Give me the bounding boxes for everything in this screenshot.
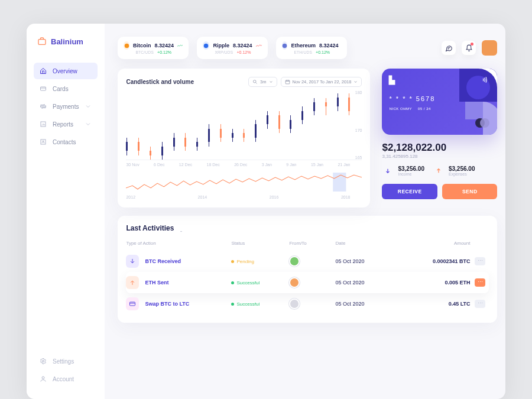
sidebar-item-contacts[interactable]: Contacts — [34, 134, 98, 150]
svg-rect-2 — [41, 106, 46, 107]
sidebar-item-settings[interactable]: Settings — [34, 353, 98, 369]
ticker-bitcoin[interactable]: Bitcoin8.32424BTC/UDS+0.12% — [118, 37, 189, 59]
candle — [243, 133, 245, 137]
sidebar-item-payments[interactable]: Payments — [34, 98, 98, 115]
candle — [290, 120, 291, 129]
daterange-select[interactable]: Nov 24, 2017 To Jan 22, 2018 — [281, 77, 362, 87]
activities-title: Last Activities — [126, 224, 174, 232]
ticker-name: Ripple — [213, 43, 229, 48]
svg-point-9 — [204, 43, 209, 48]
avatar[interactable] — [482, 40, 497, 56]
activity-type-icon — [126, 255, 139, 268]
ticker-name: Bitcoin — [133, 43, 151, 48]
activity-action: BTC Received — [145, 258, 181, 264]
ticker-name: Ethereum — [291, 43, 316, 48]
ticker-ethereum[interactable]: Ethereum8.32424ETH/UDS+0.12% — [276, 37, 347, 59]
x-tick: 9 Jan — [286, 163, 296, 167]
volume-overview[interactable] — [126, 170, 362, 194]
home-icon — [40, 67, 47, 74]
row-menu-button[interactable]: ⋯ — [475, 300, 485, 308]
ticker-pair: XRP/UDS — [215, 50, 233, 54]
ticker-price: 8.32424 — [154, 43, 174, 48]
activity-date: 05 Oct 2020 — [335, 258, 394, 264]
coin-icon — [203, 41, 209, 50]
card-number: * * * * 5678 — [389, 95, 490, 102]
candle — [255, 124, 257, 137]
candle — [173, 138, 175, 147]
activity-action: Swap BTC to LTC — [145, 301, 189, 307]
ticker-pair: BTC/UDS — [135, 50, 154, 54]
gear-icon — [40, 358, 47, 365]
sidebar: Balinium OverviewCardsPaymentsReportsCon… — [27, 24, 105, 399]
sparkline-icon — [126, 170, 362, 194]
arrow-up-icon — [436, 168, 442, 174]
candle — [325, 102, 327, 106]
activity-row[interactable]: Swap BTC to LTCSuccessful05 Oct 20200.45… — [126, 293, 489, 314]
col-status: Status — [231, 241, 284, 246]
message-icon — [445, 44, 453, 52]
notification-dot-icon — [471, 43, 473, 46]
ticker-change: +0.12% — [236, 50, 251, 54]
candle — [184, 138, 186, 147]
svg-point-8 — [124, 43, 129, 48]
sparkline-icon — [177, 43, 183, 48]
activity-type-icon — [126, 297, 139, 310]
activity-row[interactable]: BTC ReceivedPending05 Oct 20200.0002341 … — [126, 251, 489, 272]
card-icon — [40, 85, 47, 92]
activity-avatar — [289, 299, 300, 309]
timeframe-select[interactable]: 3m — [248, 77, 277, 87]
report-icon — [40, 121, 47, 128]
candle — [196, 142, 198, 146]
ticker-ripple[interactable]: Ripple8.32424XRP/UDS+0.12% — [197, 37, 268, 59]
candle — [138, 142, 140, 151]
mastercard-icon — [475, 118, 490, 128]
x-tick: 12 Dec — [179, 163, 192, 167]
col-fromto: From/To — [289, 241, 330, 246]
top-bar: Bitcoin8.32424BTC/UDS+0.12%Ripple8.32424… — [118, 37, 497, 59]
candlestick-chart[interactable]: 180 170 165 — [126, 90, 362, 160]
balance-sub: 3,31.425895.128 — [382, 154, 497, 159]
expense-amount: $3,256.00 — [449, 166, 475, 172]
minimize-icon[interactable]: - — [180, 227, 182, 235]
nav-label: Reports — [53, 121, 73, 128]
sidebar-item-overview[interactable]: Overview — [34, 63, 98, 79]
coin-icon — [124, 41, 129, 50]
income-label: Income — [398, 172, 424, 176]
user-icon — [40, 375, 47, 382]
overview-tick: 2018 — [341, 195, 351, 199]
brand[interactable]: Balinium — [27, 37, 105, 63]
overview-tick: 2016 — [270, 195, 279, 199]
chevron-down-icon — [353, 80, 358, 84]
ticker-price: 8.32424 — [233, 43, 252, 48]
row-menu-button[interactable]: ⋯ — [475, 257, 485, 265]
expense-item: $3,256.00 Expenses — [433, 165, 475, 177]
activity-status: Pending — [231, 259, 284, 264]
candle — [337, 98, 339, 106]
sidebar-item-account[interactable]: Account — [34, 371, 98, 387]
sidebar-settings-label: Settings — [53, 358, 74, 365]
notifications-button[interactable] — [462, 41, 476, 55]
receive-button[interactable]: RECEIVE — [382, 184, 437, 199]
sidebar-account-label: Account — [53, 376, 74, 382]
y-tick: 180 — [355, 90, 362, 95]
sidebar-item-cards[interactable]: Cards — [34, 80, 98, 97]
y-tick: 170 — [355, 128, 362, 132]
chart-panel: Candlestick and volume 3m Nov 24, 2017 T… — [118, 69, 370, 207]
credit-card[interactable]: ▙ * * * * 5678 NICK OHMY 05 / 24 — [382, 69, 497, 135]
balance-amount: $2,128,022.00 — [382, 142, 497, 154]
svg-rect-12 — [286, 80, 290, 84]
nav-label: Payments — [53, 103, 79, 110]
svg-point-6 — [43, 361, 44, 362]
svg-rect-16 — [465, 102, 483, 119]
y-tick: 165 — [355, 155, 362, 160]
svg-point-11 — [254, 80, 257, 83]
activity-row[interactable]: ETH SentSuccessful05 Oct 20200.005 ETH⋯ — [126, 272, 489, 293]
candle — [161, 147, 163, 155]
nav-label: Contacts — [53, 139, 76, 145]
sidebar-item-reports[interactable]: Reports — [34, 116, 98, 132]
messages-button[interactable] — [442, 41, 456, 55]
search-icon — [252, 79, 258, 85]
sparkline-icon — [256, 43, 262, 48]
send-button[interactable]: SEND — [442, 184, 498, 199]
row-menu-button[interactable]: ⋯ — [475, 278, 485, 287]
